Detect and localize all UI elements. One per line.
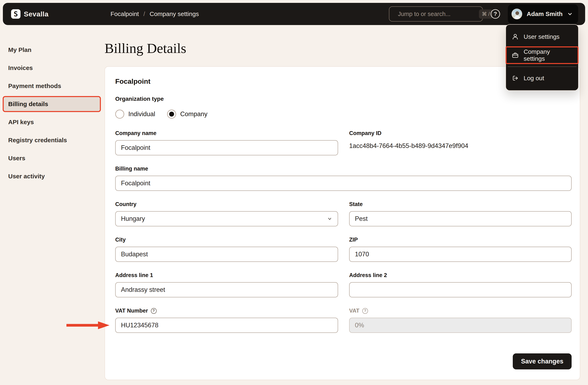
user-menu-button[interactable]: Adam Smith [508,4,578,24]
brand[interactable]: S Sevalla [3,9,49,19]
user-dropdown-menu: User settings Company settings Log out [505,24,579,91]
billing-name-input[interactable] [115,176,572,191]
country-selected-value: Hungary [121,215,145,223]
billing-name-label: Billing name [115,166,572,172]
address-line-2-input[interactable] [349,282,572,297]
organization-name-heading: Focalpoint [115,77,572,85]
menu-divider [508,67,577,67]
brand-name: Sevalla [24,10,49,18]
help-icon[interactable]: ? [151,308,157,314]
sevalla-logo-icon: S [11,9,21,19]
menu-item-log-out[interactable]: Log out [506,69,578,87]
menu-item-label: User settings [524,33,560,40]
sidebar-item-users[interactable]: Users [3,150,101,166]
settings-sidebar: My Plan Invoices Payment methods Billing… [0,25,104,186]
radio-company[interactable]: Company [167,110,208,119]
address-line-1-field: Address line 1 [115,272,338,297]
avatar [511,9,522,19]
briefcase-icon [512,52,519,59]
company-id-label: Company ID [349,130,572,136]
annotation-arrow [66,321,109,330]
vat-label-text: VAT [349,308,359,314]
vat-field: VAT ? [349,308,572,333]
sidebar-item-invoices[interactable]: Invoices [3,60,101,76]
company-name-field: Company name [115,130,338,155]
address-line-2-field: Address line 2 [349,272,572,297]
save-changes-button[interactable]: Save changes [513,353,572,369]
menu-item-label: Log out [524,75,544,82]
sidebar-item-user-activity[interactable]: User activity [3,168,101,184]
company-name-label: Company name [115,130,338,136]
global-search[interactable]: ⌘ / [389,6,483,22]
help-icon[interactable]: ? [362,308,368,314]
zip-label: ZIP [349,237,572,243]
vat-label: VAT ? [349,308,572,314]
address-line-1-input[interactable] [115,282,338,297]
vat-number-label: VAT Number ? [115,308,338,314]
user-icon [512,33,519,40]
user-name: Adam Smith [527,10,563,18]
radio-label: Individual [128,111,155,118]
breadcrumb: Focalpoint / Company settings [110,3,199,25]
billing-details-card: Focalpoint Organization type Individual … [105,66,580,380]
chevron-down-icon [327,216,333,222]
country-field: Country Hungary [115,201,338,226]
company-name-input[interactable] [115,140,338,155]
company-id-field: Company ID 1acc48b4-7664-4b55-b489-9d434… [349,130,572,155]
breadcrumb-separator: / [143,10,145,18]
billing-name-field: Billing name [115,166,572,191]
breadcrumb-page[interactable]: Company settings [150,10,199,18]
country-label: Country [115,201,338,207]
country-select[interactable]: Hungary [115,211,338,226]
city-input[interactable] [115,247,338,262]
city-field: City [115,237,338,262]
help-icon[interactable]: ? [491,9,500,19]
sidebar-item-billing-details[interactable]: Billing details [3,96,101,112]
organization-type-radio-group: Individual Company [115,110,572,119]
vat-number-field: VAT Number ? [115,308,338,333]
breadcrumb-org[interactable]: Focalpoint [110,10,139,18]
zip-input[interactable] [349,247,572,262]
radio-individual[interactable]: Individual [115,110,155,119]
radio-circle-individual [115,110,124,119]
address-line-1-label: Address line 1 [115,272,338,278]
sidebar-item-api-keys[interactable]: API keys [3,114,101,130]
help-question-glyph: ? [494,11,497,17]
logout-icon [512,75,519,82]
vat-number-input[interactable] [115,318,338,333]
radio-label: Company [180,111,208,118]
logo-letter: S [14,10,18,18]
menu-item-company-settings[interactable]: Company settings [505,46,579,64]
menu-item-label: Company settings [524,48,572,62]
city-label: City [115,237,338,243]
sidebar-item-registry-credentials[interactable]: Registry credentials [3,132,101,148]
top-bar: S Sevalla Focalpoint / Company settings … [3,3,585,25]
zip-field: ZIP [349,237,572,262]
state-input[interactable] [349,211,572,226]
state-field: State [349,201,572,226]
sidebar-item-payment-methods[interactable]: Payment methods [3,78,101,94]
radio-circle-company [167,110,176,119]
organization-type-label: Organization type [115,96,572,102]
address-line-2-label: Address line 2 [349,272,572,278]
company-id-value: 1acc48b4-7664-4b55-b489-9d4347e9f904 [349,142,572,150]
menu-item-user-settings[interactable]: User settings [506,28,578,45]
state-label: State [349,201,572,207]
vat-input [349,318,572,333]
sidebar-item-my-plan[interactable]: My Plan [3,42,101,58]
search-input[interactable] [398,11,475,18]
vat-number-label-text: VAT Number [115,308,148,314]
chevron-down-icon [567,11,573,17]
